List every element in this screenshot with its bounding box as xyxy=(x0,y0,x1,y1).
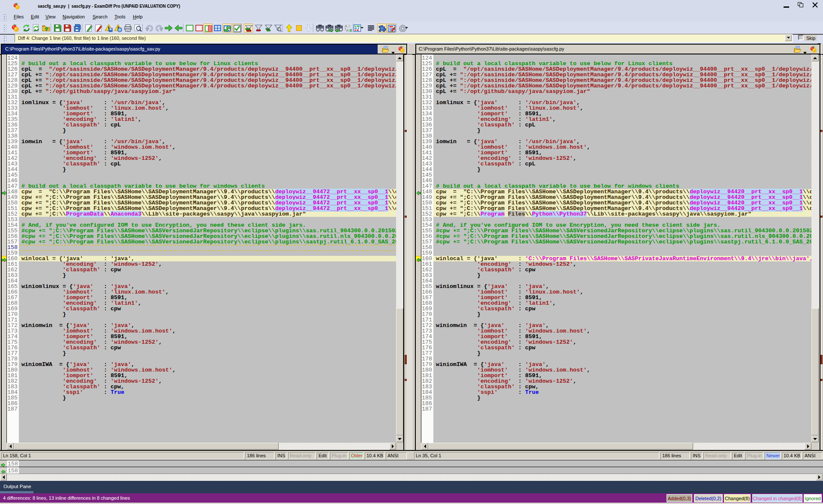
svg-text:B: B xyxy=(349,28,352,32)
svg-text:A: A xyxy=(346,28,348,32)
svg-text:A: A xyxy=(345,24,347,28)
svg-text:B: B xyxy=(348,24,351,28)
